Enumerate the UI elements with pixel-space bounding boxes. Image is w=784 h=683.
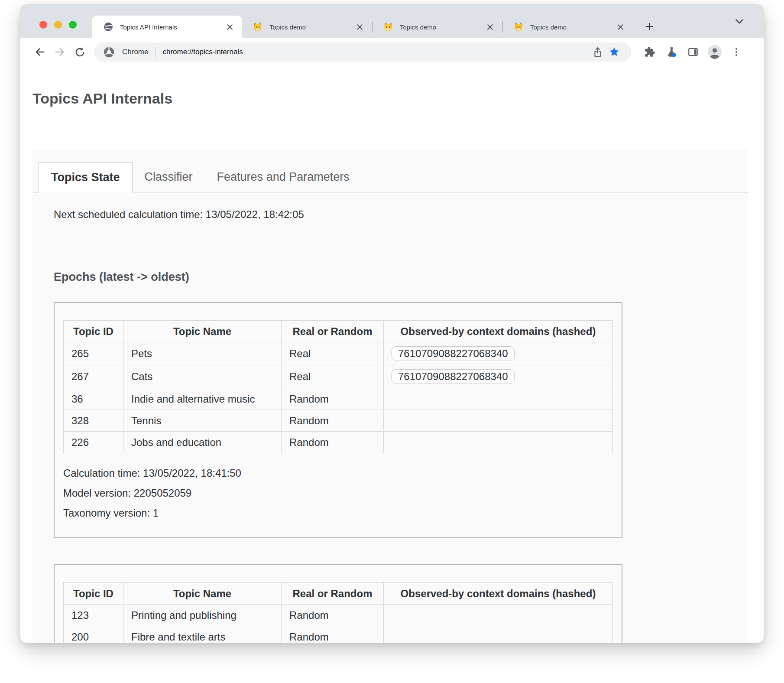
- epoch-section-older: Topic IDTopic NameReal or RandomObserved…: [54, 564, 622, 643]
- tab-separator: [633, 21, 633, 33]
- topic-name-cell: Cats: [123, 365, 282, 388]
- column-header: Observed-by context domains (hashed): [384, 321, 613, 342]
- topic-row: 226Jobs and educationRandom: [64, 432, 613, 453]
- model-version-text: Model version: 2205052059: [63, 487, 613, 499]
- page-tab-strip: Topics State Classifier Features and Par…: [32, 150, 748, 192]
- topic-row: 200Fibre and textile artsRandom: [64, 626, 613, 643]
- browser-tab-topics-internals[interactable]: Topics API Internals: [92, 16, 242, 38]
- reload-icon: [74, 46, 86, 58]
- omnibox-divider: [155, 47, 156, 58]
- real-or-random-cell: Real: [282, 365, 384, 388]
- minimize-window-button[interactable]: [54, 21, 62, 29]
- calculation-time-text: Calculation time: 13/05/2022, 18:41:50: [63, 467, 613, 479]
- next-calculation-time-text: Next scheduled calculation time: 13/05/2…: [54, 208, 722, 221]
- column-header: Topic Name: [123, 321, 282, 342]
- beaker-icon: [666, 46, 677, 58]
- new-tab-button[interactable]: [642, 19, 657, 34]
- side-panel-button[interactable]: [682, 42, 704, 62]
- browser-toolbar: Chrome chrome://topics-internals: [20, 38, 764, 66]
- tab-search-button[interactable]: [735, 19, 744, 24]
- address-bar[interactable]: Chrome chrome://topics-internals: [94, 42, 631, 62]
- page-title: Topics API Internals: [32, 90, 764, 107]
- browser-tab-topics-demo-1[interactable]: Topics demo: [242, 16, 372, 38]
- column-header: Real or Random: [282, 321, 384, 342]
- topic-name-cell: Tennis: [123, 410, 282, 432]
- forward-button[interactable]: [50, 42, 70, 62]
- topic-name-cell: Jobs and education: [123, 432, 282, 453]
- plus-icon: [644, 21, 654, 32]
- epoch-topics-table: Topic IDTopic NameReal or RandomObserved…: [63, 582, 613, 643]
- topic-row: 267CatsReal7610709088227068340: [64, 365, 613, 388]
- taxonomy-version-text: Taxonomy version: 1: [63, 507, 613, 519]
- close-window-button[interactable]: [39, 21, 47, 29]
- kebab-menu-icon: [731, 47, 742, 57]
- tab-features-and-parameters[interactable]: Features and Parameters: [205, 162, 362, 192]
- topic-name-cell: Printing and publishing: [123, 605, 282, 626]
- close-tab-icon[interactable]: [484, 21, 496, 33]
- topic-name-cell: Pets: [123, 342, 282, 365]
- hashed-domain-chip: 7610709088227068340: [392, 369, 515, 384]
- real-or-random-cell: Random: [282, 388, 384, 410]
- topic-id-cell: 267: [64, 365, 123, 388]
- column-header: Observed-by context domains (hashed): [384, 583, 613, 605]
- tab-title: Topics demo: [269, 23, 354, 31]
- topic-id-cell: 200: [64, 626, 123, 643]
- labs-button[interactable]: [661, 42, 682, 62]
- table-header-row: Topic IDTopic NameReal or RandomObserved…: [64, 583, 613, 605]
- real-or-random-cell: Random: [282, 432, 384, 453]
- extensions-button[interactable]: [639, 42, 661, 62]
- cat-favicon-icon: [513, 22, 524, 32]
- chevron-down-icon: [735, 19, 744, 24]
- tab-topics-state[interactable]: Topics State: [39, 162, 133, 192]
- internals-globe-favicon-icon: [103, 22, 113, 32]
- domains-cell: 7610709088227068340: [384, 342, 613, 365]
- forward-arrow-icon: [54, 46, 66, 58]
- topics-internals-panel: Topics State Classifier Features and Par…: [32, 150, 748, 643]
- bookmark-star-icon[interactable]: [606, 44, 622, 60]
- share-button[interactable]: [590, 44, 606, 60]
- topic-name-cell: Fibre and textile arts: [123, 626, 282, 643]
- hashed-domain-chip: 7610709088227068340: [392, 346, 515, 361]
- topic-id-cell: 123: [64, 605, 123, 626]
- tab-title: Topics API Internals: [120, 23, 224, 31]
- close-tab-icon[interactable]: [354, 21, 365, 33]
- cat-favicon-icon: [253, 22, 263, 32]
- topic-id-cell: 226: [64, 432, 123, 453]
- reload-button[interactable]: [70, 42, 90, 62]
- zoom-window-button[interactable]: [69, 21, 77, 29]
- avatar-icon: [708, 45, 722, 59]
- back-button[interactable]: [30, 42, 50, 62]
- table-header-row: Topic IDTopic NameReal or RandomObserved…: [64, 321, 613, 342]
- browser-menu-button[interactable]: [726, 42, 747, 62]
- tab-strip: Topics API Internals Topics demo: [20, 4, 764, 38]
- browser-window: Topics API Internals Topics demo: [20, 4, 764, 643]
- domains-cell: [384, 605, 613, 626]
- real-or-random-cell: Real: [282, 342, 384, 365]
- url-text: chrome://topics-internals: [162, 48, 243, 56]
- browser-tab-topics-demo-2[interactable]: Topics demo: [373, 16, 502, 38]
- profile-avatar[interactable]: [704, 42, 726, 62]
- column-header: Real or Random: [282, 583, 384, 605]
- topic-row: 328TennisRandom: [64, 410, 613, 432]
- domains-cell: [384, 388, 613, 410]
- topic-row: 36Indie and alternative musicRandom: [64, 388, 613, 410]
- browser-tab-topics-demo-3[interactable]: Topics demo: [503, 16, 633, 38]
- side-panel-icon: [687, 46, 699, 58]
- back-arrow-icon: [34, 46, 46, 58]
- topic-id-cell: 328: [64, 410, 123, 432]
- epochs-heading: Epochs (latest -> oldest): [54, 270, 722, 284]
- close-tab-icon[interactable]: [224, 21, 235, 33]
- topic-id-cell: 36: [64, 388, 123, 410]
- domains-cell: [384, 410, 613, 432]
- tab-title: Topics demo: [530, 23, 615, 31]
- topic-row: 265PetsReal7610709088227068340: [64, 342, 613, 365]
- epoch-topics-table: Topic IDTopic NameReal or RandomObserved…: [63, 320, 613, 453]
- window-controls: [20, 21, 92, 29]
- column-header: Topic ID: [64, 583, 123, 605]
- section-divider: [54, 246, 722, 246]
- epoch-section-latest: Topic IDTopic NameReal or RandomObserved…: [54, 302, 622, 538]
- column-header: Topic ID: [64, 321, 123, 342]
- tab-classifier[interactable]: Classifier: [133, 162, 205, 192]
- topic-name-cell: Indie and alternative music: [123, 388, 282, 410]
- close-tab-icon[interactable]: [615, 21, 626, 33]
